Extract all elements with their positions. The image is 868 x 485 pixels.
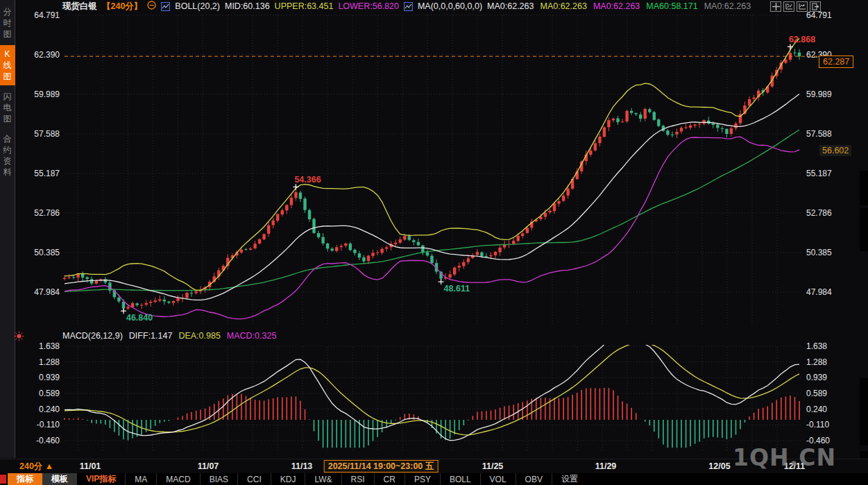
ma-indicator-icon[interactable] <box>404 2 413 11</box>
interval-tag[interactable]: 【240分】 <box>102 1 142 12</box>
extreme-marker-cross <box>293 184 298 189</box>
extreme-marker-cross <box>121 308 126 314</box>
high-price-annotation: 54.366 <box>294 175 321 185</box>
move-crosshair-icon[interactable] <box>770 1 781 12</box>
extreme-marker-cross <box>439 279 444 284</box>
macd-histogram <box>65 388 799 448</box>
boll-indicator-icon[interactable] <box>161 2 170 11</box>
macd-name: MACD(26,12,9) <box>62 331 123 341</box>
macd-diff-value: DIFF:1.147 <box>129 331 173 341</box>
macd-legend-bar: MACD(26,12,9) DIFF:1.147 DEA:0.985 MACD:… <box>62 331 276 341</box>
scale-right-icon[interactable] <box>797 1 808 12</box>
candles <box>63 46 801 311</box>
scale-left-icon[interactable] <box>783 1 794 12</box>
boll-lower-line <box>65 137 799 319</box>
ma-value: MA0:62.263 <box>704 1 751 11</box>
current-price-box: 62.287 <box>819 56 853 68</box>
boll-mid-value: MID:60.136 <box>225 1 270 11</box>
high-price-annotation: 62.868 <box>789 35 815 44</box>
ma-name: MA(0,0,0,60,0,0) <box>418 1 482 11</box>
kline-chart-canvas[interactable] <box>0 0 868 485</box>
extreme-marker-cross <box>788 44 793 49</box>
ma-value: MA60:58.171 <box>646 1 697 11</box>
collapse-icon[interactable] <box>147 1 156 12</box>
chart-legend-bar: 现货白银 【240分】 BOLL(20,2) MID:60.136 UPPER:… <box>62 1 751 12</box>
settlement-price-label: 56.602 <box>819 145 851 156</box>
indicator-alert-icon[interactable] <box>14 331 24 344</box>
watermark: 1QH.CN <box>733 444 836 471</box>
ma-value: MA0:62.263 <box>487 1 534 11</box>
exit-chart-icon[interactable] <box>810 1 821 12</box>
trading-app-window: 分时图K线图闪电图合约资料 现货白银 【240分】 BOLL(20,2) MID… <box>0 0 868 485</box>
boll-mid-line <box>65 94 799 300</box>
ma-value: MA0:62.263 <box>593 1 640 11</box>
low-price-annotation: 48.611 <box>444 284 470 293</box>
boll-upper-value: UPPER:63.451 <box>275 1 334 11</box>
ma-value: MA0:62.263 <box>540 1 586 11</box>
ma-values: MA0:62.263MA0:62.263MA0:62.263MA60:58.17… <box>487 1 751 11</box>
ma60-line <box>65 130 799 291</box>
boll-name: BOLL(20,2) <box>175 1 220 11</box>
symbol-name: 现货白银 <box>62 1 97 12</box>
macd-dea-value: DEA:0.985 <box>178 331 220 341</box>
boll-lower-value: LOWER:56.820 <box>338 1 399 11</box>
low-price-annotation: 46.840 <box>126 313 153 323</box>
chart-tool-icons <box>770 1 821 12</box>
macd-macd-value: MACD:0.325 <box>227 331 277 341</box>
